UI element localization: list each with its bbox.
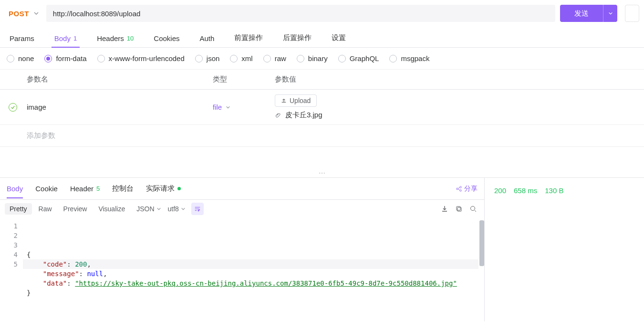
split-handle[interactable]: ⋯: [0, 169, 644, 177]
radio-icon: [97, 55, 105, 62]
wrap-toggle[interactable]: [191, 203, 204, 215]
send-button[interactable]: 发送: [560, 5, 603, 22]
view-pretty[interactable]: Pretty: [5, 203, 32, 215]
response-status-panel: 200 658 ms 130 B: [484, 177, 644, 321]
send-dropdown[interactable]: [603, 5, 617, 22]
radio-icon: [297, 55, 304, 62]
add-param-row[interactable]: 添加参数: [0, 125, 644, 147]
resp-tab-actual[interactable]: 实际请求: [146, 184, 181, 198]
chevron-down-icon: [33, 10, 40, 17]
svg-point-1: [460, 186, 462, 188]
radio-icon: [263, 55, 271, 62]
radio-icon: [389, 55, 397, 62]
svg-rect-4: [457, 206, 460, 210]
resp-tab-header[interactable]: Header5: [70, 185, 100, 197]
bodytype-graphql[interactable]: GraphQL: [338, 54, 379, 62]
share-icon: [456, 186, 462, 192]
upload-icon: [281, 98, 287, 103]
tab-auth[interactable]: Auth: [197, 34, 218, 47]
dot-icon: [177, 187, 181, 190]
bodytype-raw[interactable]: raw: [263, 54, 286, 62]
method-selector[interactable]: POST: [7, 8, 42, 20]
format-select[interactable]: JSON: [136, 205, 161, 213]
row-enabled-icon[interactable]: [9, 103, 17, 112]
tab-body[interactable]: Body1: [52, 34, 80, 48]
status-code: 200: [494, 186, 506, 195]
tab-headers[interactable]: Headers10: [94, 34, 136, 47]
share-button[interactable]: 分享: [456, 185, 478, 193]
view-visualize[interactable]: Visualize: [93, 203, 130, 215]
col-value: 参数值: [275, 75, 644, 84]
radio-icon: [338, 55, 346, 62]
tab-settings[interactable]: 设置: [329, 33, 349, 47]
status-time: 658 ms: [514, 186, 537, 195]
bodytype-xml[interactable]: xml: [230, 54, 252, 62]
response-code-view[interactable]: 12345 { "code": 200, "message": null, "d…: [0, 218, 484, 321]
col-name: 参数名: [27, 75, 213, 84]
search-icon[interactable]: [467, 203, 479, 215]
copy-icon[interactable]: [453, 203, 465, 215]
resp-tab-console[interactable]: 控制台: [112, 184, 134, 198]
view-preview[interactable]: Preview: [59, 203, 92, 215]
line-gutter: 12345: [0, 218, 23, 321]
radio-icon: [7, 55, 14, 62]
tab-pre[interactable]: 前置操作: [231, 33, 266, 47]
svg-point-5: [471, 206, 475, 211]
encoding-select[interactable]: utf8: [168, 205, 186, 213]
paperclip-icon: [275, 112, 281, 119]
bodytype-form-data[interactable]: form-data: [44, 54, 86, 62]
param-type-select[interactable]: file: [213, 103, 275, 111]
view-raw[interactable]: Raw: [34, 203, 57, 215]
tab-cookies[interactable]: Cookies: [151, 34, 182, 47]
table-row[interactable]: image file Upload 皮卡丘3.jpg: [0, 90, 644, 125]
svg-point-0: [457, 188, 458, 190]
tab-post[interactable]: 后置操作: [280, 33, 314, 47]
table-header: 参数名 类型 参数值: [0, 70, 644, 90]
resp-tab-body[interactable]: Body: [7, 185, 23, 198]
bodytype-binary[interactable]: binary: [297, 54, 328, 62]
upload-button[interactable]: Upload: [275, 94, 317, 107]
radio-icon: [44, 55, 52, 62]
tab-params[interactable]: Params: [7, 34, 37, 47]
bodytype-urlencoded[interactable]: x-www-form-urlencoded: [97, 54, 185, 62]
bodytype-msgpack[interactable]: msgpack: [389, 54, 429, 62]
col-type: 类型: [213, 75, 275, 84]
chevron-down-icon: [225, 104, 231, 111]
bodytype-json[interactable]: json: [195, 54, 220, 62]
param-name[interactable]: image: [27, 103, 213, 111]
url-input[interactable]: [46, 5, 555, 22]
save-button[interactable]: [625, 5, 639, 22]
method-label: POST: [9, 10, 29, 18]
svg-point-2: [460, 189, 462, 191]
download-icon[interactable]: [438, 203, 451, 215]
radio-icon: [230, 55, 238, 62]
file-name: 皮卡丘3.jpg: [285, 111, 322, 120]
bodytype-none[interactable]: none: [7, 54, 34, 62]
status-size: 130 B: [545, 186, 563, 195]
radio-icon: [195, 55, 203, 62]
resp-tab-cookie[interactable]: Cookie: [35, 185, 58, 197]
svg-rect-3: [457, 207, 461, 211]
